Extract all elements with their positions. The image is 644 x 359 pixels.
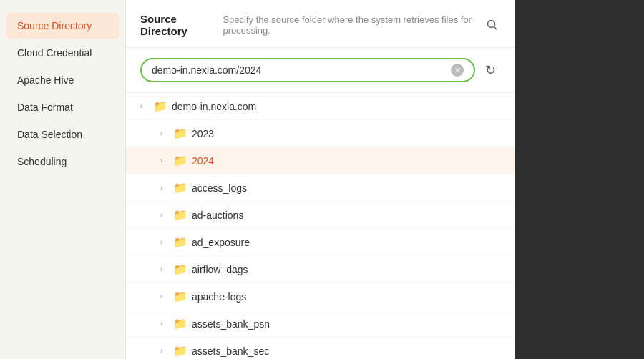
chevron-icon: ›	[140, 102, 149, 110]
sidebar-item-cloud-credential[interactable]: Cloud Credential	[6, 40, 119, 66]
tree-item-apache-logs[interactable]: ›📁apache-logs	[126, 283, 515, 310]
folder-icon: 📁	[153, 99, 167, 113]
chevron-icon: ›	[160, 129, 169, 137]
item-label: assets_bank_psn	[192, 318, 270, 330]
item-label: ad_exposure	[192, 237, 250, 248]
tree-item-2024[interactable]: ›📁2024	[126, 147, 515, 174]
item-label: access_logs	[192, 182, 247, 194]
header-left: Source Directory Specify the source fold…	[140, 13, 484, 37]
sidebar-item-apache-hive[interactable]: Apache Hive	[6, 67, 119, 93]
folder-icon: 📁	[173, 127, 187, 140]
folder-icon: 📁	[173, 154, 187, 167]
folder-icon: 📁	[173, 208, 187, 222]
item-label: demo-in.nexla.com	[172, 101, 256, 112]
search-icon-button[interactable]	[484, 15, 501, 35]
svg-line-1	[494, 27, 497, 30]
chevron-icon: ›	[160, 347, 169, 355]
path-input-wrapper: ✕	[140, 58, 475, 82]
chevron-icon: ›	[160, 238, 169, 246]
tree-item-2023[interactable]: ›📁2023	[126, 120, 515, 147]
sidebar-item-data-selection[interactable]: Data Selection	[6, 122, 119, 147]
sidebar-item-data-format[interactable]: Data Format	[6, 94, 119, 120]
chevron-icon: ›	[160, 157, 169, 164]
clear-button[interactable]: ✕	[451, 64, 464, 77]
tree-item-ad_exposure[interactable]: ›📁ad_exposure	[126, 229, 515, 256]
item-label: apache-logs	[192, 291, 246, 303]
sidebar-item-source-directory[interactable]: Source Directory	[6, 13, 119, 39]
tree-item-ad-auctions[interactable]: ›📁ad-auctions	[126, 202, 515, 229]
item-label: 2023	[192, 128, 214, 139]
main-panel: Source Directory Specify the source fold…	[125, 0, 515, 359]
folder-icon: 📁	[173, 344, 187, 358]
chevron-icon: ›	[160, 211, 169, 219]
item-label: 2024	[192, 155, 214, 167]
refresh-button[interactable]: ↻	[479, 59, 501, 81]
tree-item-assets_bank_psn[interactable]: ›📁assets_bank_psn	[126, 310, 515, 338]
tree-item-access_logs[interactable]: ›📁access_logs	[126, 174, 515, 202]
item-label: assets_bank_sec	[192, 345, 269, 357]
chevron-icon: ›	[160, 265, 169, 273]
folder-icon: 📁	[173, 262, 187, 276]
tree-item-root[interactable]: ›📁demo-in.nexla.com	[126, 93, 515, 120]
main-title: Source Directory	[140, 13, 215, 37]
main-header: Source Directory Specify the source fold…	[126, 0, 515, 48]
folder-icon: 📁	[173, 235, 187, 249]
chevron-icon: ›	[160, 184, 169, 192]
item-label: airflow_dags	[192, 264, 248, 275]
sidebar-item-scheduling[interactable]: Scheduling	[6, 149, 119, 174]
main-subtitle: Specify the source folder where the syst…	[223, 14, 483, 36]
right-panel	[515, 0, 644, 359]
path-input[interactable]	[152, 64, 445, 76]
item-label: ad-auctions	[192, 210, 243, 221]
folder-icon: 📁	[173, 181, 187, 195]
search-icon	[487, 19, 498, 31]
file-tree: ›📁demo-in.nexla.com›📁2023›📁2024›📁access_…	[126, 93, 515, 359]
input-row: ✕ ↻	[126, 48, 515, 93]
tree-item-assets_bank_sec[interactable]: ›📁assets_bank_sec	[126, 338, 515, 359]
chevron-icon: ›	[160, 320, 169, 328]
folder-icon: 📁	[173, 317, 187, 330]
sidebar: Source DirectoryCloud CredentialApache H…	[0, 0, 125, 359]
tree-item-airflow_dags[interactable]: ›📁airflow_dags	[126, 256, 515, 283]
folder-icon: 📁	[173, 290, 187, 303]
chevron-icon: ›	[160, 292, 169, 300]
